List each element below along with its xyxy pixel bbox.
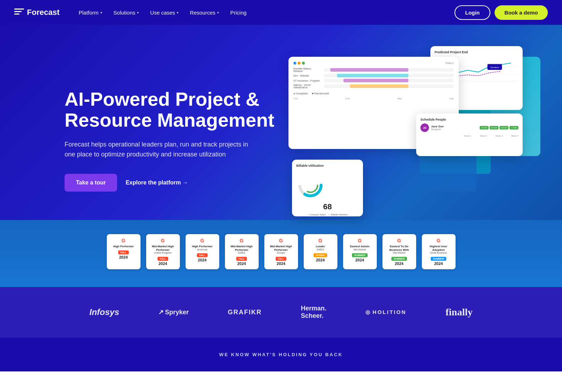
nav-solutions[interactable]: Solutions ▾	[109, 7, 144, 18]
billable-card: Billable Utilization 68 — Company Target…	[292, 160, 363, 216]
nav-usecases[interactable]: Use cases ▾	[145, 7, 183, 18]
gantt-row: Agency - server maintenance	[293, 84, 454, 89]
g2-logo: G	[229, 238, 254, 243]
hero-subtitle: Forecast helps operational leaders plan,…	[65, 139, 249, 160]
svg-point-7	[303, 178, 318, 192]
badge-item: G Easiest To Do Business With Mid-Market…	[382, 234, 416, 269]
hero-section: AI-Powered Project & Resource Management…	[0, 25, 562, 287]
logo-text: Forecast	[27, 8, 60, 17]
client-logo-grafikr: GRAFIKR	[228, 309, 262, 316]
logo-icon	[14, 9, 24, 16]
explore-platform-button[interactable]: Explore the platform →	[126, 180, 188, 186]
badge-subtitle: Americas	[190, 248, 215, 251]
badge-season: FALL	[118, 250, 129, 254]
badge-year: 2024	[150, 261, 176, 266]
holition-circle-icon: ◎	[365, 309, 371, 315]
gantt-row: Dev - Website	[293, 74, 454, 77]
g2-logo: G	[347, 238, 373, 243]
client-logo-spryker: ↗Spryker	[158, 308, 189, 316]
badge-title: Mid-Market High Performer	[150, 245, 176, 252]
schedule-person: Jane Doe	[431, 125, 444, 128]
svg-text:Deadline: Deadline	[490, 66, 499, 68]
g2-logo: G	[308, 238, 333, 243]
g2-logo: G	[190, 238, 215, 243]
chevron-down-icon: ▾	[137, 11, 139, 15]
badge-title: High Performer	[111, 245, 136, 248]
badge-season: FALL	[276, 257, 286, 261]
clients-section: Infosys↗SprykerGRAFIKRHerman.Scheer.◎HOL…	[0, 287, 562, 338]
client-logo-holition: ◎HOLITION	[365, 309, 407, 315]
badge-year: 2024	[308, 258, 333, 262]
hero-text: AI-Powered Project & Resource Management…	[65, 78, 303, 192]
badge-subtitle: EMEA	[229, 252, 254, 254]
gantt-row: ST Insurance - Program	[293, 79, 454, 82]
predicted-title: Predicted Project End	[435, 50, 518, 54]
chevron-down-icon: ▾	[100, 11, 102, 15]
g2-logo: G	[269, 238, 294, 243]
nav-actions: Login Book a demo	[454, 5, 548, 20]
gantt-row: Danielle Waters - Retainer	[293, 67, 454, 72]
client-logo-herman: Herman.Scheer.	[301, 305, 326, 320]
badge-subtitle: United Kingdom	[150, 252, 176, 254]
nav-platform[interactable]: Platform ▾	[74, 7, 107, 18]
schedule-card: Schedule People JD Jane Doe Designer ● F…	[416, 114, 523, 156]
login-button[interactable]: Login	[454, 5, 490, 20]
badge-title: Mid-Market High Performer	[229, 245, 254, 252]
badge-subtitle: Small Business	[426, 252, 451, 254]
badge-season: SUMMER	[352, 253, 367, 257]
badge-item: G Mid-Market High Performer Europe FALL …	[264, 234, 298, 269]
badge-subtitle: EMEA	[308, 248, 333, 251]
nav-pricing[interactable]: Pricing	[225, 7, 252, 18]
logo[interactable]: Forecast	[14, 8, 60, 17]
badge-year: 2024	[387, 261, 412, 266]
billable-value: 68	[296, 202, 359, 211]
badge-subtitle: Mid-Market	[387, 252, 412, 254]
chevron-down-icon: ▾	[217, 11, 219, 15]
g2-logo: G	[426, 238, 451, 243]
badge-item: G High Performer FALL 2024	[107, 234, 140, 269]
clients-inner: Infosys↗SprykerGRAFIKRHerman.Scheer.◎HOL…	[68, 305, 494, 320]
book-demo-button[interactable]: Book a demo	[495, 5, 548, 20]
bottom-text: WE KNOW WHAT'S HOLDING YOU BACK	[0, 352, 562, 357]
badge-item: G Easiest Admin Mid-Market SUMMER 2024	[343, 234, 377, 269]
nav-resources[interactable]: Resources ▾	[185, 7, 224, 18]
badge-title: Leader	[308, 245, 333, 248]
badge-year: 2024	[190, 258, 215, 262]
badge-year: 2024	[347, 258, 373, 262]
g2-logo: G	[387, 238, 412, 243]
chevron-down-icon: ▾	[177, 11, 178, 15]
badge-title: Mid-Market High Performer	[269, 245, 294, 252]
badge-year: 2024	[269, 261, 294, 266]
bottom-section: WE KNOW WHAT'S HOLDING YOU BACK	[0, 338, 562, 371]
billable-title: Billable Utilization	[296, 164, 359, 167]
hero-title: AI-Powered Project & Resource Management	[65, 89, 303, 131]
badge-subtitle: Mid-Market	[347, 248, 373, 251]
billable-gauge	[296, 171, 325, 199]
badge-item: G Highest User Adoption Small Business S…	[422, 234, 456, 269]
navigation: Forecast Platform ▾ Solutions ▾ Use case…	[0, 0, 562, 25]
badge-year: 2024	[426, 261, 451, 266]
badge-item: G Leader EMEA SPRING 2024	[304, 234, 337, 269]
badge-season: FALL	[236, 257, 247, 261]
hero-visual: Predicted Project End Deadline	[303, 50, 519, 220]
client-logo-infosys: Infosys	[89, 307, 119, 317]
g2-logo: G	[111, 238, 136, 243]
badges-container: G High Performer FALL 2024 G Mid-Market …	[68, 234, 494, 269]
badge-season: FALL	[197, 253, 208, 257]
badge-title: Easiest Admin	[347, 245, 373, 248]
take-tour-button[interactable]: Take a tour	[65, 174, 117, 192]
spryker-arrow-icon: ↗	[158, 309, 164, 316]
badge-year: 2024	[111, 255, 136, 259]
badge-season: SUMMER	[431, 257, 446, 261]
g2-logo: G	[150, 238, 176, 243]
badge-title: High Performer	[190, 245, 215, 248]
badge-item: G High Performer Americas FALL 2024	[186, 234, 219, 269]
badge-title: Highest User Adoption	[426, 245, 451, 252]
badges-section: G High Performer FALL 2024 G Mid-Market …	[0, 220, 562, 287]
badge-item: G Mid-Market High Performer United Kingd…	[146, 234, 180, 269]
badge-season: FALL	[158, 257, 168, 261]
badge-season: SPRING	[314, 253, 327, 257]
badge-year: 2024	[229, 261, 254, 266]
badge-season: SUMMER	[391, 257, 407, 261]
client-logo-finally: finally	[446, 307, 473, 318]
